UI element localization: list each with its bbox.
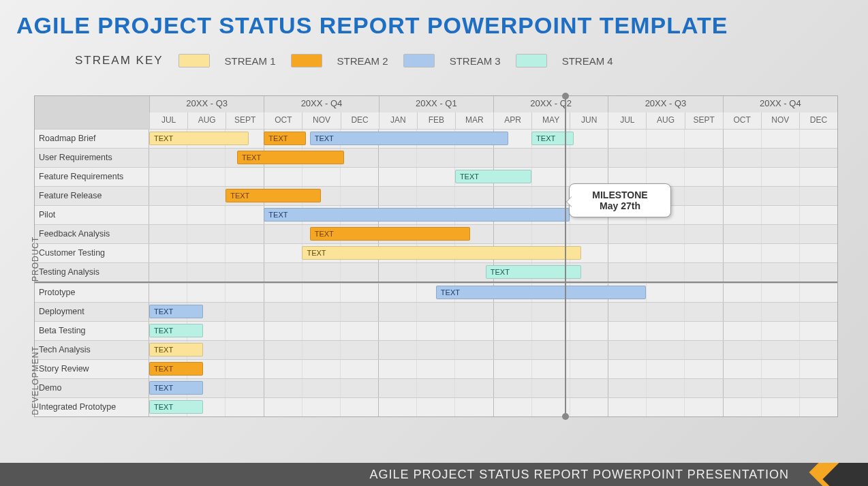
legend-label-3: STREAM 3 [450,55,501,67]
month-header: JUN [570,112,608,129]
gantt-bar-stream-2: TEXT [149,362,203,376]
legend-title: STREAM KEY [75,54,164,67]
task-row: Feature ReleaseTEXT [35,186,837,205]
quarter-header: 20XX - Q4 [723,96,837,112]
footer-text: AGILE PROJECT STATUS REPORT POWERPOINT P… [370,468,789,482]
legend-label-2: STREAM 2 [337,55,388,67]
gantt-bar-stream-1: TEXT [302,246,581,260]
gantt-chart: MILESTONE May 27th 20XX - Q320XX - Q420X… [34,95,838,417]
quarter-header: 20XX - Q3 [608,96,722,112]
month-header: NOV [302,112,340,129]
category-label: PRODUCT [31,237,40,282]
legend-label-4: STREAM 4 [562,55,613,67]
page-title: AGILE PROJECT STATUS REPORT POWERPOINT T… [0,0,868,39]
gantt-bar-stream-3: TEXT [149,305,203,318]
task-row: Beta TestingTEXT [35,321,837,340]
milestone-callout: MILESTONE May 27th [569,183,671,217]
quarter-header: 20XX - Q2 [493,96,608,112]
quarter-header: 20XX - Q3 [149,96,264,112]
swatch-stream-1 [179,54,210,67]
task-row: User RequirementsTEXT [35,148,837,167]
milestone-title: MILESTONE [592,189,647,200]
task-row: Roadmap BriefTEXTTEXTTEXTTEXT [35,129,837,148]
footer-corner-accent [800,463,868,486]
milestone-line [565,96,566,416]
month-header: AUG [187,112,226,129]
month-header: DEC [799,112,837,129]
gantt-bar-stream-2: TEXT [237,151,344,164]
month-header: JUL [149,112,187,129]
task-label: Integrated Prototype [35,398,149,416]
milestone-date: May 27th [600,200,640,211]
month-header: APR [493,112,531,129]
task-row: Feature RequirementsTEXT [35,167,837,186]
task-label: Customer Testing [35,244,149,262]
quarter-header: 20XX - Q4 [264,96,378,112]
legend-label-1: STREAM 1 [225,55,276,67]
gantt-bar-stream-4: TEXT [149,400,203,414]
legend: STREAM KEY STREAM 1 STREAM 2 STREAM 3 ST… [0,39,868,74]
task-label: Feedback Analysis [35,225,149,243]
gantt-bar-stream-4: TEXT [455,170,531,183]
gantt-bar-stream-3: TEXT [264,208,570,222]
task-row: Customer TestingTEXT [35,243,837,262]
task-row: PilotTEXT [35,205,837,224]
month-header: SEPT [226,112,264,129]
gantt-bar-stream-2: TEXT [264,132,306,145]
month-header: JAN [379,112,417,129]
gantt-bar-stream-4: TEXT [486,265,581,279]
gantt-bar-stream-3: TEXT [436,286,647,299]
task-row: Integrated PrototypeTEXT [35,397,837,416]
task-label: Tech Analysis [35,341,149,359]
task-label: Deployment [35,303,149,321]
task-label: Roadmap Brief [35,130,149,148]
task-row: PrototypeTEXT [35,283,837,302]
month-header: AUG [646,112,684,129]
month-header: OCT [264,112,302,129]
category-label: DEVELOPMENT [31,346,40,415]
gantt-bar-stream-3: TEXT [310,132,509,145]
milestone-dot-bottom [562,413,569,420]
month-header: FEB [417,112,455,129]
month-header: NOV [761,112,799,129]
task-label: Feature Requirements [35,168,149,186]
footer-bar: AGILE PROJECT STATUS REPORT POWERPOINT P… [0,463,868,486]
gantt-bar-stream-2: TEXT [310,227,471,241]
task-row: DemoTEXT [35,378,837,397]
gantt-bar-stream-4: TEXT [531,132,574,145]
task-row: Story ReviewTEXT [35,359,837,378]
task-label: User Requirements [35,149,149,167]
task-row: Tech AnalysisTEXT [35,340,837,359]
task-label: Pilot [35,206,149,224]
milestone-dot-top [562,93,569,100]
month-header: DEC [341,112,379,129]
task-label: Prototype [35,284,149,302]
swatch-stream-2 [291,54,322,67]
task-label: Testing Analysis [35,263,149,282]
gantt-bar-stream-4: TEXT [149,324,203,337]
gantt-bar-stream-2: TEXT [226,189,321,202]
quarter-header: 20XX - Q1 [379,96,493,112]
task-label: Feature Release [35,187,149,205]
month-header: SEPT [685,112,723,129]
swatch-stream-3 [403,54,435,67]
gantt-bar-stream-1: TEXT [149,132,249,145]
task-row: Feedback AnalysisTEXT [35,224,837,243]
task-label: Beta Testing [35,322,149,340]
gantt-bar-stream-1: TEXT [149,343,203,356]
month-header: MAY [531,112,570,129]
task-label: Demo [35,379,149,397]
swatch-stream-4 [516,54,547,67]
task-row: DeploymentTEXT [35,302,837,321]
month-header: MAR [455,112,493,129]
gantt-bar-stream-3: TEXT [149,381,203,395]
task-row: Testing AnalysisTEXT [35,262,837,282]
task-label: Story Review [35,360,149,378]
month-header: JUL [608,112,646,129]
month-header: OCT [723,112,761,129]
